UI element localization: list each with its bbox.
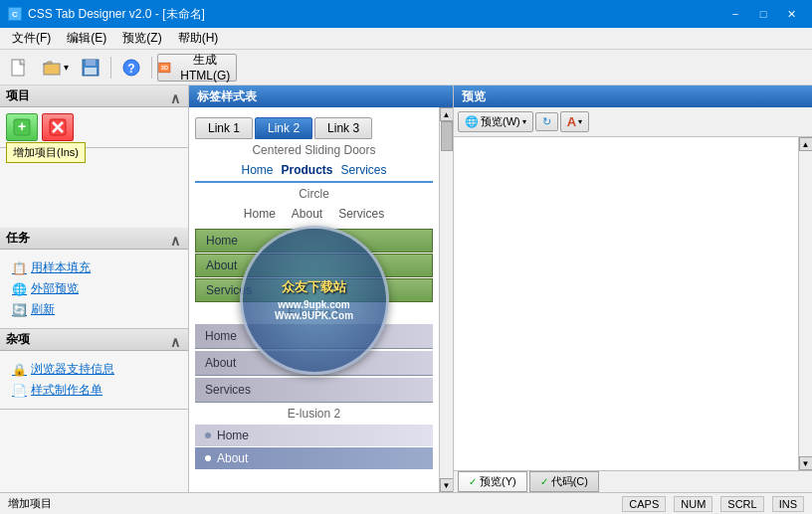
toolbar-sep-2	[151, 57, 152, 79]
preview-tab-check: ✓	[469, 476, 477, 487]
open-button[interactable]: ▾	[36, 54, 74, 82]
task-external-preview[interactable]: 🌐 外部预览	[6, 278, 182, 299]
title-bar-left: C CSS Tab Designer v2.0 - [未命名]	[8, 6, 205, 23]
css-scroll-up[interactable]: ▲	[440, 107, 454, 121]
preview-tab[interactable]: ✓ 预览(Y)	[458, 471, 527, 492]
sd-services[interactable]: Services	[341, 163, 387, 177]
misc-browser-support[interactable]: 🔒 浏览器支持信息	[6, 359, 182, 380]
preview-scroll-track[interactable]	[799, 151, 812, 456]
circle-home[interactable]: Home	[244, 207, 276, 221]
window-controls[interactable]: − □ ✕	[722, 5, 804, 23]
status-bar: 增加项目 CAPS NUM SCRL INS	[0, 492, 812, 514]
preview-refresh-button[interactable]: ↻	[535, 112, 558, 131]
task-title: 任务	[6, 230, 30, 247]
elusion1-services[interactable]: Services	[195, 378, 433, 403]
add-tooltip-text: 增加项目(Ins)	[6, 142, 86, 163]
maximize-button[interactable]: □	[750, 5, 776, 23]
code-tab[interactable]: ✓ 代码(C)	[529, 471, 599, 492]
menu-help[interactable]: 帮助(H)	[170, 28, 227, 49]
help-icon: ?	[121, 58, 141, 78]
tab-link2[interactable]: Link 2	[255, 117, 312, 139]
elusion2-menu: Home About	[195, 425, 433, 469]
sd-home[interactable]: Home	[241, 163, 273, 177]
elusion2-home-label: Home	[217, 428, 249, 442]
content-area: 标签样式表 Link 1 Link 2 Link 3 Centered Slid…	[189, 86, 812, 492]
elusion2-title: E-lusion 2	[195, 407, 433, 421]
elusion1-menu: Home About Services	[195, 324, 433, 403]
code-tab-check: ✓	[540, 476, 548, 487]
status-caps: CAPS	[622, 496, 666, 512]
minimize-button[interactable]: −	[722, 5, 748, 23]
menu-file[interactable]: 文件(F)	[4, 28, 59, 49]
add-project-icon: +	[13, 118, 31, 136]
task-collapse-icon[interactable]: ∧	[170, 233, 182, 245]
code-tab-label: 代码(C)	[551, 474, 588, 489]
green-home[interactable]: Home	[195, 229, 433, 253]
css-scroll-track[interactable]	[440, 121, 453, 478]
close-button[interactable]: ✕	[778, 5, 804, 23]
css-scroll-down[interactable]: ▼	[440, 478, 454, 492]
project-section: 项目 ∧ + 增加项目(Ins)	[0, 86, 188, 148]
generate-html-button[interactable]: 3D 生成 HTML(G)	[157, 54, 237, 82]
sliding-doors-preview: Centered Sliding Doors Home Products Ser…	[195, 143, 433, 183]
add-project-tooltip: + 增加项目(Ins)	[6, 113, 38, 141]
main-layout: 项目 ∧ + 增加项目(Ins)	[0, 86, 812, 492]
preview-panel: 预览 🌐 预览(W) ▾ ↻ A ▾	[454, 86, 812, 492]
elusion1-home[interactable]: Home	[195, 324, 433, 349]
css-scrollbar[interactable]: ▲ ▼	[439, 107, 453, 492]
task-refresh[interactable]: 🔄 刷新	[6, 299, 182, 320]
tab-link1[interactable]: Link 1	[195, 117, 253, 139]
css-panel-header: 标签样式表	[189, 86, 453, 107]
save-button[interactable]	[76, 54, 105, 82]
preview-scrollbar[interactable]: ▲ ▼	[798, 137, 812, 470]
left-panel: 项目 ∧ + 增加项目(Ins)	[0, 86, 189, 492]
misc-collapse-icon[interactable]: ∧	[170, 334, 182, 346]
preview-font-icon: A	[567, 114, 576, 129]
green-about[interactable]: About	[195, 254, 433, 277]
task-fill-sample[interactable]: 📋 用样本填充	[6, 257, 182, 278]
preview-scroll-down[interactable]: ▼	[799, 456, 813, 470]
delete-project-button[interactable]	[42, 113, 74, 141]
preview-browser-button[interactable]: 🌐 预览(W) ▾	[458, 111, 533, 132]
css-scroll-thumb[interactable]	[441, 121, 453, 151]
add-project-button[interactable]: +	[6, 113, 38, 141]
preview-content	[454, 137, 798, 470]
css-panel-content: Link 1 Link 2 Link 3 Centered Sliding Do…	[189, 107, 439, 492]
svg-rect-3	[86, 60, 96, 66]
preview-scroll-up[interactable]: ▲	[799, 137, 813, 151]
new-icon	[9, 58, 29, 78]
green-services[interactable]: Services	[195, 278, 433, 302]
help-button[interactable]: ?	[116, 54, 146, 82]
toolbar-sep-1	[110, 57, 111, 79]
circle-services[interactable]: Services	[338, 207, 384, 221]
green-menu: Home About Services	[195, 229, 433, 302]
sd-products[interactable]: Products	[281, 163, 332, 177]
open-icon	[42, 58, 64, 78]
menu-edit[interactable]: 编辑(E)	[59, 28, 114, 49]
status-ins: INS	[772, 496, 804, 512]
menu-bar: 文件(F) 编辑(E) 预览(Z) 帮助(H)	[0, 28, 812, 50]
external-preview-label: 外部预览	[31, 280, 79, 297]
elusion2-home[interactable]: Home	[195, 425, 433, 446]
save-icon	[81, 58, 101, 78]
elusion1-about[interactable]: About	[195, 351, 433, 376]
toolbar: ▾ ? 3D 生成 HTML(G)	[0, 50, 812, 86]
circle-about[interactable]: About	[292, 207, 322, 221]
status-indicators: CAPS NUM SCRL INS	[622, 496, 804, 512]
elusion2-about[interactable]: About	[195, 447, 433, 469]
preview-browser-icon: 🌐	[465, 115, 479, 128]
preview-browser-arrow: ▾	[522, 117, 526, 126]
bottom-tab-bar: ✓ 预览(Y) ✓ 代码(C)	[454, 470, 812, 492]
sliding-doors-title: Centered Sliding Doors	[195, 143, 433, 157]
svg-text:3D: 3D	[161, 65, 168, 71]
misc-style-list[interactable]: 📄 样式制作名单	[6, 380, 182, 401]
preview-font-button[interactable]: A ▾	[560, 111, 589, 132]
new-button[interactable]	[4, 54, 34, 82]
browser-support-icon: 🔒	[12, 363, 27, 377]
project-title: 项目	[6, 87, 30, 104]
style-list-icon: 📄	[12, 384, 27, 398]
task-section: 任务 ∧ 📋 用样本填充 🌐 外部预览 🔄 刷新	[0, 228, 188, 329]
project-collapse-icon[interactable]: ∧	[170, 90, 182, 102]
menu-preview[interactable]: 预览(Z)	[114, 28, 169, 49]
tab-link3[interactable]: Link 3	[314, 117, 372, 139]
